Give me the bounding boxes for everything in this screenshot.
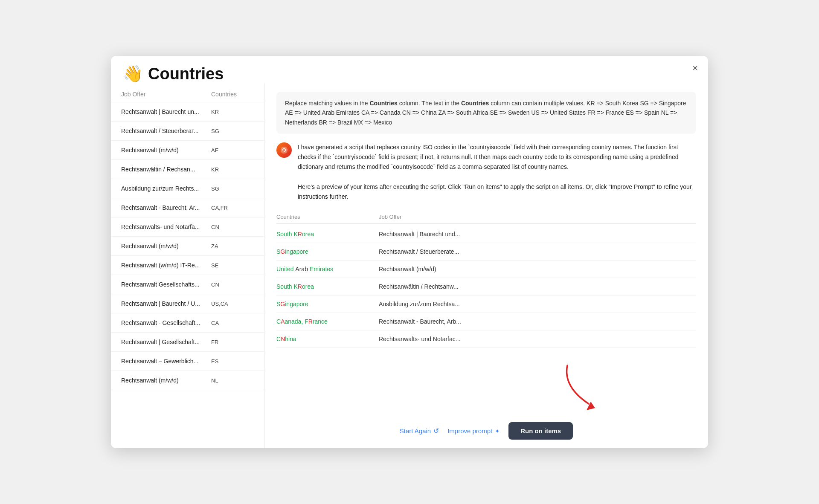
info-box: Replace matching values in the Countries… — [276, 92, 696, 134]
preview-rows: South KRorea Rechtsanwalt | Baurecht und… — [276, 226, 696, 348]
table-row: Rechtsanwalt - Baurecht, Ar... CA,FR — [111, 198, 264, 217]
preview-countries: SGingapore — [276, 301, 379, 307]
highlight-added: ingapore — [285, 301, 308, 307]
left-row-job: Rechtsanwalt – Gewerblich... — [121, 358, 211, 365]
ai-paragraph-1: I have generated a script that replaces … — [298, 142, 696, 172]
highlight-added: orea — [302, 231, 314, 238]
title-emoji: 👋 — [123, 64, 143, 83]
start-again-button[interactable]: Start Again ↺ — [400, 427, 439, 435]
preview-joboffer: Rechtsanwalt / Steuerberate... — [379, 248, 696, 255]
preview-countries: SGingapore — [276, 248, 379, 255]
highlight-added: C — [276, 336, 281, 342]
left-row-job: Rechtsanwalt | Gesellschaft... — [121, 339, 211, 345]
table-row: Rechtsanwalt – Gewerblich... ES — [111, 352, 264, 371]
left-row-job: Rechtsanwalt (w/m/d) IT-Re... — [121, 262, 211, 269]
highlight-removed: R — [308, 318, 313, 325]
info-text-middle: column. The text in the — [398, 100, 461, 107]
left-row-job: Rechtsanwalt Gesellschafts... — [121, 281, 211, 288]
left-row-job: Rechtsanwalt - Baurecht, Ar... — [121, 204, 211, 211]
left-row-country: NL — [211, 377, 254, 384]
highlight-removed: N — [281, 336, 285, 342]
info-text-before: Replace matching values in the — [285, 100, 369, 107]
left-row-job: Rechtsanwalt | Baurecht un... — [121, 108, 211, 115]
left-row-job: Rechtsanwalt - Gesellschaft... — [121, 319, 211, 326]
highlight-removed: R — [298, 231, 302, 238]
preview-countries: South KRorea — [276, 231, 379, 238]
modal-title: 👋 Countries — [123, 64, 696, 83]
table-row: Rechtsanwalt (m/w/d) ZA — [111, 237, 264, 256]
preview-header: Countries Job Offer — [276, 210, 696, 224]
left-rows: Rechtsanwalt | Baurecht un... KR Rechtsa… — [111, 102, 264, 390]
table-row: Rechtsanwalt (m/w/d) AE — [111, 141, 264, 160]
table-row: Rechtsanwalt | Baurecht / U... US,CA — [111, 294, 264, 313]
refresh-icon: ↺ — [433, 427, 439, 435]
footer: Start Again ↺ Improve prompt ✦ Run on it… — [276, 414, 696, 448]
list-item: United Arab Emirates Rechtsanwalt (m/w/d… — [276, 261, 696, 278]
preview-header-joboffer: Job Offer — [379, 214, 696, 220]
left-row-country: CN — [211, 281, 254, 288]
left-header-job: Job Offer — [121, 91, 211, 98]
preview-joboffer: Rechtsanwältin / Rechtsanw... — [379, 283, 696, 290]
left-row-job: Rechtsanwalt (m/w/d) — [121, 243, 211, 249]
preview-header-countries: Countries — [276, 214, 379, 220]
left-row-job: Rechtsanwalts- und Notarfa... — [121, 223, 211, 230]
preview-countries: CAanada, FRrance — [276, 318, 379, 325]
left-row-country: US,CA — [211, 301, 254, 307]
highlight-added: orea — [302, 283, 314, 290]
sparkle-icon: ✦ — [495, 428, 500, 434]
highlight-added: S — [276, 301, 280, 307]
right-panel: Replace matching values in the Countries… — [264, 83, 708, 448]
table-row: Rechtsanwältin / Rechsan... KR — [111, 160, 264, 179]
preview-section: Countries Job Offer South KRorea Rechtsa… — [276, 210, 696, 414]
preview-countries: CNhina — [276, 336, 379, 342]
left-panel-header: Job Offer Countries — [111, 87, 264, 102]
preview-countries: South KRorea — [276, 283, 379, 290]
left-row-country: ES — [211, 358, 254, 365]
left-row-job: Rechtsanwalt (m/w/d) — [121, 377, 211, 384]
ai-paragraph-2: Here's a preview of your items after exe… — [298, 182, 696, 202]
svg-point-0 — [281, 147, 288, 154]
title-bar: 👋 Countries — [111, 56, 708, 83]
preview-joboffer: Ausbildung zur/zum Rechtsa... — [379, 301, 696, 307]
highlight-added: S — [276, 248, 280, 255]
title-text: Countries — [148, 65, 224, 83]
left-row-country: CA,FR — [211, 205, 254, 211]
table-row: Rechtsanwalt - Gesellschaft... CA — [111, 313, 264, 333]
svg-point-1 — [284, 148, 285, 150]
table-row: Rechtsanwalt (m/w/d) NL — [111, 371, 264, 390]
left-row-country: KR — [211, 166, 254, 173]
left-header-country: Countries — [211, 91, 254, 98]
left-row-country: SG — [211, 128, 254, 134]
left-row-country: SE — [211, 262, 254, 269]
left-row-job: Rechtsanwalt / Steuerberaт... — [121, 127, 211, 134]
left-row-job: Rechtsanwalt | Baurecht / U... — [121, 300, 211, 307]
ai-text-body: I have generated a script that replaces … — [298, 142, 696, 202]
ai-response: I have generated a script that replaces … — [276, 142, 696, 202]
table-row: Rechtsanwalts- und Notarfa... CN — [111, 217, 264, 237]
info-bold1: Countries — [369, 100, 397, 107]
modal-body: Job Offer Countries Rechtsanwalt | Baure… — [111, 83, 708, 448]
run-on-items-button[interactable]: Run on items — [508, 422, 573, 440]
info-bold2: Countries — [461, 100, 489, 107]
improve-prompt-button[interactable]: Improve prompt ✦ — [447, 427, 500, 434]
list-item: South KRorea Rechtsanwältin / Rechtsanw.… — [276, 278, 696, 295]
left-row-country: AE — [211, 147, 254, 154]
left-row-country: SG — [211, 185, 254, 192]
table-row: Rechtsanwalt Gesellschafts... CN — [111, 275, 264, 294]
improve-prompt-label: Improve prompt — [447, 427, 492, 434]
highlight-added: ingapore — [285, 248, 308, 255]
list-item: South KRorea Rechtsanwalt | Baurecht und… — [276, 226, 696, 243]
close-button[interactable]: × — [692, 64, 698, 73]
highlight-removed: G — [280, 301, 285, 307]
highlight-added: rance — [313, 318, 328, 325]
table-row: Rechtsanwalt | Baurecht un... KR — [111, 102, 264, 122]
left-row-country: CA — [211, 320, 254, 326]
preview-joboffer: Rechtsanwalt | Baurecht und... — [379, 231, 696, 238]
table-row: Rechtsanwalt / Steuerberaт... SG — [111, 122, 264, 141]
left-row-country: CN — [211, 224, 254, 230]
ai-avatar — [276, 142, 292, 158]
start-again-label: Start Again — [400, 427, 431, 434]
left-row-job: Rechtsanwältin / Rechsan... — [121, 166, 211, 173]
highlight-added: C — [276, 318, 281, 325]
preview-joboffer: Rechtsanwalt - Baurecht, Arb... — [379, 318, 696, 325]
